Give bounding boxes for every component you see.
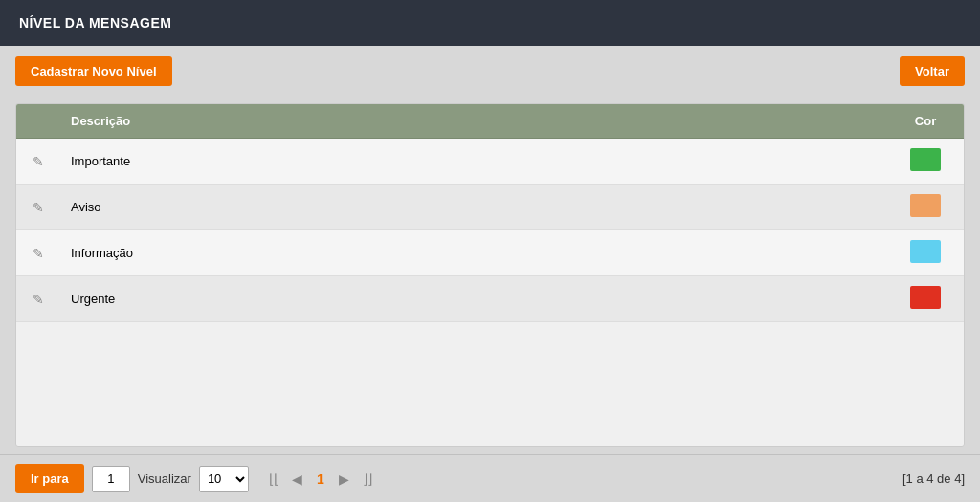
edit-cell: ✎ <box>16 185 59 230</box>
next-page-button[interactable]: ▶ <box>334 469 354 489</box>
edit-cell: ✎ <box>16 139 59 185</box>
last-page-button[interactable]: ⌋⌋ <box>358 469 377 489</box>
table-body: ✎Importante✎Aviso✎Informação✎Urgente <box>16 139 964 322</box>
view-label: Visualizar <box>138 471 191 486</box>
col-header-icon <box>16 104 59 139</box>
col-header-cor: Cor <box>887 104 964 139</box>
back-button[interactable]: Voltar <box>900 56 965 86</box>
footer-pagination: Ir para Visualizar 10 25 50 100 ⌊⌊ ◀ 1 ▶… <box>0 454 980 502</box>
toolbar: Cadastrar Novo Nível Voltar <box>0 46 980 96</box>
data-table: Descrição Cor ✎Importante✎Aviso✎Informaç… <box>16 104 964 322</box>
header: NÍVEL DA MENSAGEM <box>0 0 980 46</box>
color-swatch <box>910 194 941 217</box>
page-input[interactable] <box>92 466 130 492</box>
cor-cell <box>887 185 964 230</box>
current-page: 1 <box>311 469 330 489</box>
color-swatch <box>910 286 941 309</box>
color-swatch <box>910 240 941 263</box>
edit-cell: ✎ <box>16 276 59 322</box>
page-title: NÍVEL DA MENSAGEM <box>19 15 171 31</box>
table-container: Descrição Cor ✎Importante✎Aviso✎Informaç… <box>15 103 965 447</box>
page-wrapper: NÍVEL DA MENSAGEM Cadastrar Novo Nível V… <box>0 0 980 502</box>
edit-icon[interactable]: ✎ <box>33 154 44 169</box>
table-header-row: Descrição Cor <box>16 104 964 139</box>
table-row: ✎Urgente <box>16 276 964 322</box>
main-content: Descrição Cor ✎Importante✎Aviso✎Informaç… <box>0 96 980 454</box>
descricao-cell: Informação <box>59 230 887 276</box>
pagination-range: [1 a 4 de 4] <box>902 471 965 486</box>
table-row: ✎Informação <box>16 230 964 276</box>
descricao-cell: Importante <box>59 139 887 185</box>
table-row: ✎Importante <box>16 139 964 185</box>
edit-icon[interactable]: ✎ <box>33 200 44 215</box>
go-to-button[interactable]: Ir para <box>15 464 84 493</box>
prev-page-button[interactable]: ◀ <box>287 469 307 489</box>
cor-cell <box>887 139 964 185</box>
edit-icon[interactable]: ✎ <box>33 292 44 307</box>
first-page-button[interactable]: ⌊⌊ <box>264 469 283 489</box>
cor-cell <box>887 276 964 322</box>
color-swatch <box>910 148 941 171</box>
edit-cell: ✎ <box>16 230 59 276</box>
per-page-select[interactable]: 10 25 50 100 <box>199 466 249 492</box>
table-row: ✎Aviso <box>16 185 964 230</box>
new-nivel-button[interactable]: Cadastrar Novo Nível <box>15 56 172 86</box>
pagination-controls: ⌊⌊ ◀ 1 ▶ ⌋⌋ <box>264 469 377 489</box>
edit-icon[interactable]: ✎ <box>33 246 44 261</box>
descricao-cell: Aviso <box>59 185 887 230</box>
col-header-descricao: Descrição <box>59 104 887 139</box>
cor-cell <box>887 230 964 276</box>
descricao-cell: Urgente <box>59 276 887 322</box>
